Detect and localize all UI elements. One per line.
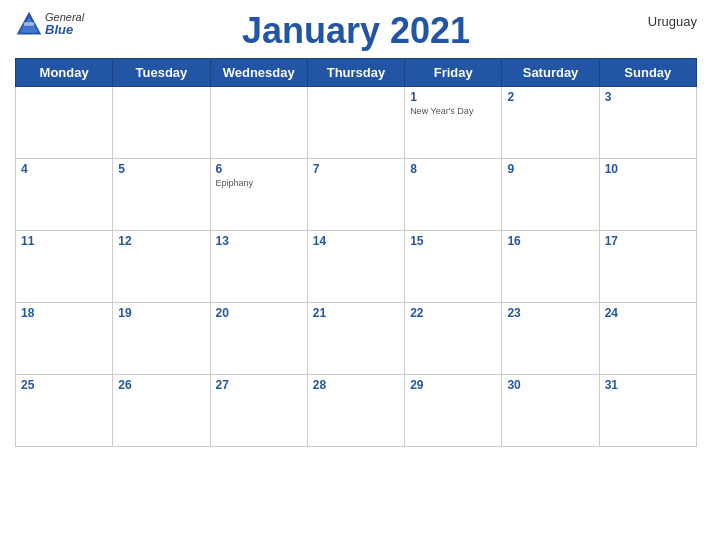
day-number: 14 (313, 234, 399, 248)
calendar-cell-4-7: 24 (599, 303, 696, 375)
weekday-header-row: Monday Tuesday Wednesday Thursday Friday… (16, 59, 697, 87)
day-number: 27 (216, 378, 302, 392)
day-number: 31 (605, 378, 691, 392)
calendar-header: General Blue January 2021 Uruguay (15, 10, 697, 52)
header-saturday: Saturday (502, 59, 599, 87)
calendar-cell-3-6: 16 (502, 231, 599, 303)
day-number: 28 (313, 378, 399, 392)
calendar-cell-3-3: 13 (210, 231, 307, 303)
svg-rect-2 (24, 22, 35, 26)
day-number: 25 (21, 378, 107, 392)
day-number: 26 (118, 378, 204, 392)
day-number: 13 (216, 234, 302, 248)
calendar-week-row-4: 18192021222324 (16, 303, 697, 375)
header-tuesday: Tuesday (113, 59, 210, 87)
calendar-cell-5-6: 30 (502, 375, 599, 447)
day-number: 5 (118, 162, 204, 176)
calendar-cell-2-5: 8 (405, 159, 502, 231)
logo-blue-text: Blue (45, 23, 84, 37)
day-number: 23 (507, 306, 593, 320)
day-number: 2 (507, 90, 593, 104)
calendar-cell-5-2: 26 (113, 375, 210, 447)
calendar-cell-2-1: 4 (16, 159, 113, 231)
calendar-cell-4-2: 19 (113, 303, 210, 375)
calendar-cell-3-4: 14 (307, 231, 404, 303)
calendar-cell-5-3: 27 (210, 375, 307, 447)
calendar-week-row-2: 456Epiphany78910 (16, 159, 697, 231)
logo-icon (15, 10, 43, 38)
calendar-cell-1-3 (210, 87, 307, 159)
day-event: New Year's Day (410, 106, 496, 116)
day-number: 15 (410, 234, 496, 248)
calendar-cell-1-5: 1New Year's Day (405, 87, 502, 159)
calendar-cell-3-2: 12 (113, 231, 210, 303)
day-number: 24 (605, 306, 691, 320)
day-number: 21 (313, 306, 399, 320)
calendar-cell-2-7: 10 (599, 159, 696, 231)
day-number: 30 (507, 378, 593, 392)
calendar-cell-5-1: 25 (16, 375, 113, 447)
calendar-cell-2-4: 7 (307, 159, 404, 231)
day-number: 11 (21, 234, 107, 248)
logo-text: General Blue (45, 11, 84, 37)
day-number: 9 (507, 162, 593, 176)
header-thursday: Thursday (307, 59, 404, 87)
day-number: 10 (605, 162, 691, 176)
calendar-cell-4-4: 21 (307, 303, 404, 375)
day-number: 20 (216, 306, 302, 320)
day-number: 6 (216, 162, 302, 176)
header-monday: Monday (16, 59, 113, 87)
day-number: 18 (21, 306, 107, 320)
day-number: 17 (605, 234, 691, 248)
calendar-cell-3-5: 15 (405, 231, 502, 303)
calendar-cell-4-6: 23 (502, 303, 599, 375)
calendar-cell-1-1 (16, 87, 113, 159)
day-number: 8 (410, 162, 496, 176)
calendar-cell-1-4 (307, 87, 404, 159)
calendar-container: General Blue January 2021 Uruguay Monday… (0, 0, 712, 550)
calendar-cell-2-6: 9 (502, 159, 599, 231)
calendar-cell-4-1: 18 (16, 303, 113, 375)
day-number: 7 (313, 162, 399, 176)
calendar-cell-4-3: 20 (210, 303, 307, 375)
calendar-cell-1-7: 3 (599, 87, 696, 159)
day-number: 12 (118, 234, 204, 248)
day-number: 16 (507, 234, 593, 248)
calendar-cell-5-5: 29 (405, 375, 502, 447)
calendar-week-row-3: 11121314151617 (16, 231, 697, 303)
calendar-cell-3-1: 11 (16, 231, 113, 303)
calendar-cell-5-4: 28 (307, 375, 404, 447)
calendar-cell-2-3: 6Epiphany (210, 159, 307, 231)
day-number: 29 (410, 378, 496, 392)
logo-area: General Blue (15, 10, 84, 38)
calendar-cell-4-5: 22 (405, 303, 502, 375)
day-number: 22 (410, 306, 496, 320)
calendar-cell-1-2 (113, 87, 210, 159)
calendar-cell-2-2: 5 (113, 159, 210, 231)
calendar-table: Monday Tuesday Wednesday Thursday Friday… (15, 58, 697, 447)
calendar-cell-1-6: 2 (502, 87, 599, 159)
month-title: January 2021 (242, 10, 470, 52)
day-number: 19 (118, 306, 204, 320)
header-wednesday: Wednesday (210, 59, 307, 87)
calendar-week-row-5: 25262728293031 (16, 375, 697, 447)
calendar-week-row-1: 1New Year's Day23 (16, 87, 697, 159)
day-event: Epiphany (216, 178, 302, 188)
header-friday: Friday (405, 59, 502, 87)
day-number: 4 (21, 162, 107, 176)
calendar-cell-3-7: 17 (599, 231, 696, 303)
header-sunday: Sunday (599, 59, 696, 87)
day-number: 1 (410, 90, 496, 104)
calendar-body: 1New Year's Day23456Epiphany789101112131… (16, 87, 697, 447)
day-number: 3 (605, 90, 691, 104)
country-label: Uruguay (648, 14, 697, 29)
calendar-cell-5-7: 31 (599, 375, 696, 447)
